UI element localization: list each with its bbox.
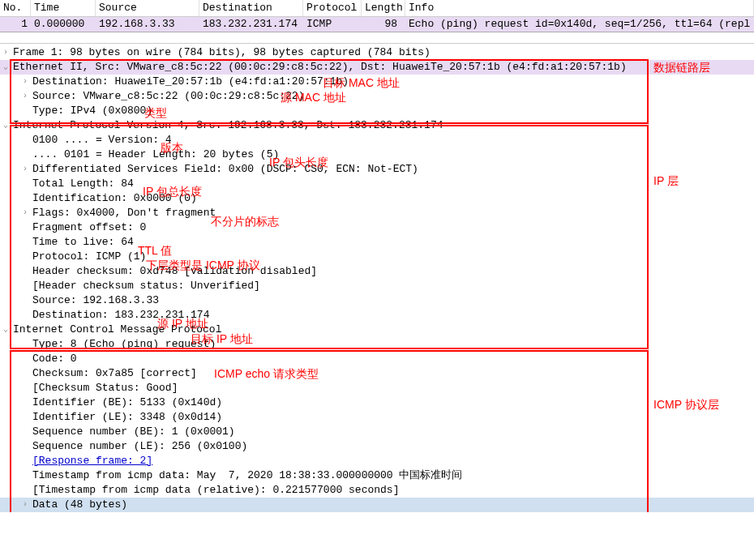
- icmp-id-be[interactable]: Identifier (BE): 5133 (0x140d): [0, 395, 754, 410]
- col-no[interactable]: No.: [0, 0, 31, 16]
- col-info[interactable]: Info: [405, 0, 754, 16]
- packet-info: Echo (ping) request id=0x140d, seq=1/256…: [405, 17, 754, 32]
- eth-type[interactable]: Type: IPv4 (0x0800): [0, 104, 754, 118]
- ip-dsf[interactable]: ›Differentiated Services Field: 0x00 (DS…: [0, 162, 754, 177]
- ip-hlen[interactable]: .... 0101 = Header Length: 20 bytes (5): [0, 147, 754, 162]
- ip-ttl[interactable]: Time to live: 64: [0, 235, 754, 250]
- ethernet-node[interactable]: ⌄Ethernet II, Src: VMware_c8:5c:22 (00:0…: [0, 60, 754, 75]
- icmp-id-le[interactable]: Identifier (LE): 3348 (0x0d14): [0, 410, 754, 425]
- chevron-right-icon: ›: [23, 75, 32, 89]
- col-protocol[interactable]: Protocol: [303, 0, 362, 16]
- ip-flags[interactable]: ›Flags: 0x4000, Don't fragment: [0, 206, 754, 220]
- ip-hcksum[interactable]: Header checksum: 0xd748 [validation disa…: [0, 264, 754, 279]
- packet-details-tree: ›Frame 1: 98 bytes on wire (784 bits), 9…: [0, 44, 754, 512]
- icmp-tsr[interactable]: [Timestamp from icmp data (relative): 0.…: [0, 483, 754, 498]
- ip-hcstat[interactable]: [Header checksum status: Unverified]: [0, 279, 754, 293]
- icmp-type[interactable]: Type: 8 (Echo (ping) request): [0, 337, 754, 352]
- icmp-seq-be[interactable]: Sequence number (BE): 1 (0x0001): [0, 425, 754, 439]
- packet-destination: 183.232.231.174: [199, 17, 303, 32]
- chevron-right-icon: ›: [3, 45, 13, 60]
- eth-src[interactable]: ›Source: VMware_c8:5c:22 (00:0c:29:c8:5c…: [0, 89, 754, 104]
- col-destination[interactable]: Destination: [199, 0, 303, 16]
- chevron-down-icon: ⌄: [3, 323, 13, 337]
- chevron-right-icon: ›: [23, 498, 32, 512]
- ip-ident[interactable]: Identification: 0x0000 (0): [0, 191, 754, 206]
- packet-source: 192.168.3.33: [96, 17, 199, 32]
- ip-proto[interactable]: Protocol: ICMP (1): [0, 250, 754, 264]
- ip-src[interactable]: Source: 192.168.3.33: [0, 293, 754, 308]
- ip-tlen[interactable]: Total Length: 84: [0, 177, 754, 191]
- ip-version[interactable]: 0100 .... = Version: 4: [0, 133, 754, 147]
- chevron-down-icon: ⌄: [3, 60, 13, 75]
- icmp-response-link[interactable]: [Response frame: 2]: [0, 454, 754, 468]
- icmp-data[interactable]: ›Data (48 bytes): [0, 498, 754, 512]
- col-time[interactable]: Time: [31, 0, 96, 16]
- icmp-cksum[interactable]: Checksum: 0x7a85 [correct]: [0, 366, 754, 381]
- col-length[interactable]: Length: [362, 0, 405, 16]
- icmp-cstat[interactable]: [Checksum Status: Good]: [0, 381, 754, 395]
- icmp-seq-le[interactable]: Sequence number (LE): 256 (0x0100): [0, 439, 754, 454]
- chevron-right-icon: ›: [23, 206, 32, 220]
- ip-frag[interactable]: Fragment offset: 0: [0, 220, 754, 235]
- packet-length: 98: [362, 17, 405, 32]
- packet-time: 0.000000: [31, 17, 96, 32]
- icmp-ts[interactable]: Timestamp from icmp data: May 7, 2020 18…: [0, 468, 754, 483]
- packet-list-header: No. Time Source Destination Protocol Len…: [0, 0, 754, 17]
- packet-no: 1: [0, 17, 31, 32]
- ip-node[interactable]: ⌄Internet Protocol Version 4, Src: 192.1…: [0, 118, 754, 133]
- chevron-down-icon: ⌄: [3, 118, 13, 133]
- chevron-right-icon: ›: [23, 162, 32, 177]
- packet-row[interactable]: 1 0.000000 192.168.3.33 183.232.231.174 …: [0, 17, 754, 32]
- eth-dst[interactable]: ›Destination: HuaweiTe_20:57:1b (e4:fd:a…: [0, 75, 754, 89]
- ip-dst[interactable]: Destination: 183.232.231.174: [0, 308, 754, 323]
- frame-node[interactable]: ›Frame 1: 98 bytes on wire (784 bits), 9…: [0, 45, 754, 60]
- chevron-right-icon: ›: [23, 89, 32, 104]
- icmp-node[interactable]: ⌄Internet Control Message Protocol: [0, 323, 754, 337]
- col-source[interactable]: Source: [96, 0, 199, 16]
- packet-protocol: ICMP: [303, 17, 362, 32]
- icmp-code[interactable]: Code: 0: [0, 352, 754, 366]
